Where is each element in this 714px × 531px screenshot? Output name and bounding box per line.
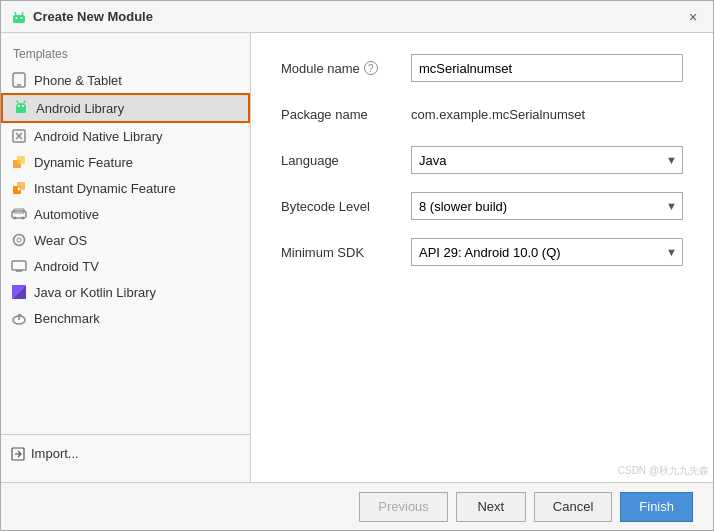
module-name-field (411, 54, 683, 82)
sidebar-item-label: Android Library (36, 101, 124, 116)
templates-label: Templates (1, 43, 250, 67)
benchmark-icon (11, 310, 27, 326)
module-name-label: Module name ? (281, 61, 411, 76)
sidebar-item-label: Wear OS (34, 233, 87, 248)
language-field: Java Kotlin ▼ (411, 146, 683, 174)
svg-line-11 (17, 101, 18, 103)
min-sdk-row: Minimum SDK API 29: Android 10.0 (Q) API… (281, 237, 683, 267)
sidebar: Templates Phone & Tablet (1, 33, 251, 482)
svg-point-25 (14, 235, 25, 246)
dynamic-icon (11, 154, 27, 170)
title-bar: Create New Module × (1, 1, 713, 33)
min-sdk-select[interactable]: API 29: Android 10.0 (Q) API 21: Android… (411, 238, 683, 266)
svg-rect-8 (16, 107, 26, 113)
bytecode-row: Bytecode Level 8 (slower build) 11 17 ▼ (281, 191, 683, 221)
sidebar-item-dynamic-feature[interactable]: Dynamic Feature (1, 149, 250, 175)
sidebar-item-wear-os[interactable]: Wear OS (1, 227, 250, 253)
bytecode-select-wrapper: 8 (slower build) 11 17 ▼ (411, 192, 683, 220)
package-name-label: Package name (281, 107, 411, 122)
sidebar-item-label: Instant Dynamic Feature (34, 181, 176, 196)
svg-point-3 (16, 17, 18, 19)
svg-line-12 (24, 101, 25, 103)
svg-point-23 (14, 217, 17, 220)
sidebar-item-label: Android Native Library (34, 129, 163, 144)
svg-point-9 (18, 105, 20, 107)
svg-point-26 (17, 238, 21, 242)
sidebar-item-label: Automotive (34, 207, 99, 222)
min-sdk-field: API 29: Android 10.0 (Q) API 21: Android… (411, 238, 683, 266)
sidebar-bottom: Import... (1, 434, 250, 472)
min-sdk-select-wrapper: API 29: Android 10.0 (Q) API 21: Android… (411, 238, 683, 266)
bytecode-field: 8 (slower build) 11 17 ▼ (411, 192, 683, 220)
sidebar-item-instant-dynamic[interactable]: Instant Dynamic Feature (1, 175, 250, 201)
language-row: Language Java Kotlin ▼ (281, 145, 683, 175)
native-icon (11, 128, 27, 144)
phone-icon (11, 72, 27, 88)
module-name-help-icon[interactable]: ? (364, 61, 378, 75)
sidebar-item-android-tv[interactable]: Android TV (1, 253, 250, 279)
svg-line-2 (22, 12, 23, 15)
bytecode-label: Bytecode Level (281, 199, 411, 214)
language-select[interactable]: Java Kotlin (411, 146, 683, 174)
svg-rect-17 (17, 156, 25, 164)
module-name-row: Module name ? (281, 53, 683, 83)
finish-button[interactable]: Finish (620, 492, 693, 522)
bytecode-select[interactable]: 8 (slower build) 11 17 (411, 192, 683, 220)
sidebar-item-phone-tablet[interactable]: Phone & Tablet (1, 67, 250, 93)
svg-rect-0 (13, 15, 25, 23)
next-button[interactable]: Next (456, 492, 526, 522)
sidebar-item-label: Benchmark (34, 311, 100, 326)
cancel-button[interactable]: Cancel (534, 492, 612, 522)
wearos-icon (11, 232, 27, 248)
close-button[interactable]: × (683, 7, 703, 27)
language-label: Language (281, 153, 411, 168)
language-select-wrapper: Java Kotlin ▼ (411, 146, 683, 174)
sidebar-item-label: Android TV (34, 259, 99, 274)
previous-button[interactable]: Previous (359, 492, 448, 522)
sidebar-item-label: Phone & Tablet (34, 73, 122, 88)
svg-point-24 (22, 217, 25, 220)
svg-point-10 (22, 105, 24, 107)
android-lib-icon (13, 100, 29, 116)
svg-rect-27 (12, 261, 26, 270)
import-icon (11, 447, 25, 461)
package-name-row: Package name com.example.mcSerialnumset (281, 99, 683, 129)
content-area: Templates Phone & Tablet (1, 33, 713, 482)
min-sdk-label: Minimum SDK (281, 245, 411, 260)
package-name-value: com.example.mcSerialnumset (411, 104, 585, 125)
svg-point-4 (21, 17, 23, 19)
main-form: Module name ? Package name com.example.m… (251, 33, 713, 482)
automotive-icon (11, 206, 27, 222)
kotlin-icon (11, 284, 27, 300)
module-name-input[interactable] (411, 54, 683, 82)
sidebar-item-automotive[interactable]: Automotive (1, 201, 250, 227)
instant-icon (11, 180, 27, 196)
create-new-module-dialog: Create New Module × Templates Phone & Ta… (0, 0, 714, 531)
sidebar-item-label: Dynamic Feature (34, 155, 133, 170)
import-button[interactable]: Import... (11, 443, 79, 464)
sidebar-item-benchmark[interactable]: Benchmark (1, 305, 250, 331)
title-bar-left: Create New Module (11, 9, 153, 25)
package-name-field: com.example.mcSerialnumset (411, 107, 683, 122)
import-label: Import... (31, 446, 79, 461)
sidebar-item-android-library[interactable]: Android Library (1, 93, 250, 123)
sidebar-item-android-native[interactable]: Android Native Library (1, 123, 250, 149)
svg-line-1 (15, 12, 16, 15)
footer: Previous Next Cancel Finish (1, 482, 713, 530)
dialog-title: Create New Module (33, 9, 153, 24)
tv-icon (11, 258, 27, 274)
sidebar-item-label: Java or Kotlin Library (34, 285, 156, 300)
sidebar-item-kotlin-library[interactable]: Java or Kotlin Library (1, 279, 250, 305)
dialog-icon (11, 9, 27, 25)
